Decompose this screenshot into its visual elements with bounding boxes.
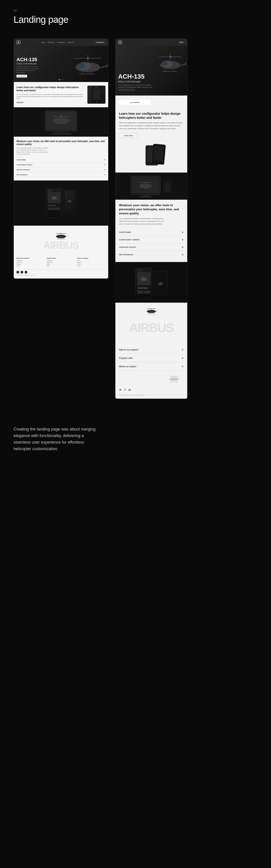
hero-helicopter-image	[65, 48, 108, 80]
footer-item-2-2[interactable]: Configurator	[47, 261, 75, 263]
right-phone-showcase: ACH-135 Customize Settings	[115, 262, 187, 303]
accordion-label-3: About our project	[119, 365, 136, 368]
accordion-label-2: Popular Links	[119, 357, 133, 359]
right-airbus-section: AIRBUS	[115, 303, 187, 343]
footer-item-1-2[interactable]: Learn more	[17, 261, 45, 263]
feature-row-1[interactable]: Small Details +	[17, 157, 106, 162]
nav-cta[interactable]: Contact Us	[95, 41, 106, 43]
learn-more-link[interactable]: Learn more	[17, 101, 85, 103]
right-social-linkedin-icon[interactable]: in	[128, 388, 131, 392]
accordion-plus-2: +	[182, 356, 184, 360]
svg-point-68	[143, 277, 144, 278]
left-airbus-section: AIRBUS	[14, 226, 108, 255]
right-feature-row-3[interactable]: Advanced Avionics +	[119, 244, 184, 251]
left-phone-showcase: ACH-135 Customize Settings	[14, 181, 108, 226]
footer-item-2-4[interactable]: Blog	[47, 265, 75, 267]
dot-1	[59, 79, 60, 80]
right-feature-plus-2: +	[182, 238, 184, 242]
nav-logo: A	[17, 41, 20, 44]
features-body: Our configurator provides a unified plat…	[17, 147, 50, 155]
phone-small	[63, 189, 76, 212]
left-learn-section: Learn how our configurator helps design …	[14, 82, 108, 107]
nav-link-home[interactable]: Home	[41, 41, 46, 43]
nav-link-about[interactable]: About Us	[68, 41, 74, 43]
right-feature-plus-4: +	[182, 253, 184, 256]
accordion-row-2[interactable]: Popular Links +	[119, 354, 184, 362]
right-hero-helicopter	[152, 48, 187, 78]
right-get-started-button[interactable]: Get Started	[119, 100, 151, 105]
feature-name-3: Advanced Avionics	[17, 169, 30, 170]
hero-get-started-button[interactable]: Get Started	[17, 75, 27, 78]
learn-image	[87, 86, 106, 104]
airbus-logo-left: AIRBUS	[17, 240, 106, 250]
footer-copyright-left: © 2024 Airbus ACH135 Configurator	[17, 274, 106, 276]
feature-row-4[interactable]: See all features +	[17, 172, 106, 177]
svg-point-66	[141, 278, 147, 281]
bottom-caption: Creating the landing page was about merg…	[0, 412, 113, 461]
footer-heli-svg	[165, 373, 184, 383]
footer-item-1-3[interactable]: Features	[17, 264, 45, 265]
footer-col-3: About our project Team Mission Partners …	[77, 257, 106, 267]
learn-body: With our configurator, all material choi…	[17, 94, 85, 100]
footer-item-2-3[interactable]: Gallery	[47, 264, 75, 265]
right-learn-heading: Learn how our configurator helps design …	[119, 112, 184, 120]
footer-item-3-3[interactable]: Partners	[77, 264, 106, 265]
svg-point-70	[158, 283, 163, 285]
svg-point-25	[54, 196, 54, 197]
right-learn-svg	[133, 143, 170, 166]
right-hero-content: ACH-135 Airbus Craft Helicopter From sel…	[118, 73, 154, 91]
right-footer-copyright: © 2024 Airbus ACH135 Configurator	[119, 394, 184, 396]
right-feature-row-2[interactable]: Customization Options +	[119, 236, 184, 244]
right-nav: A CMS	[115, 39, 187, 46]
svg-rect-16	[51, 133, 71, 135]
footer-col-2: Popular Links Homepage Configurator Gall…	[47, 257, 75, 267]
nav-links: Home Resource Configurator About Us	[41, 41, 74, 43]
svg-rect-65	[165, 182, 170, 191]
svg-point-80	[170, 377, 179, 381]
svg-point-2	[87, 57, 89, 59]
right-features-body: Our configurator provides a unified plat…	[119, 217, 164, 225]
social-x-icon[interactable]	[17, 271, 19, 274]
social-tiktok-icon[interactable]	[21, 271, 23, 274]
right-airbus-logo: AIRBUS	[119, 316, 184, 339]
footer-item-2-1[interactable]: Homepage	[47, 260, 75, 261]
learn-grid: Learn how our configurator helps design …	[17, 86, 106, 104]
footer-grid: New to our project? Get Started Learn mo…	[17, 257, 106, 267]
right-social-x-icon[interactable]: ✕	[119, 388, 122, 392]
right-feature-row-4[interactable]: See all features +	[119, 251, 184, 258]
feature-row-2[interactable]: Customization Options +	[17, 162, 106, 167]
footer-item-3-4[interactable]: Press	[77, 265, 106, 267]
footer-item-1-1[interactable]: Get Started	[17, 260, 45, 261]
svg-point-32	[61, 233, 61, 234]
right-cta-area: Get Started	[115, 96, 187, 107]
social-linkedin-icon[interactable]	[25, 271, 27, 274]
right-features-list: Small Details + Customization Options + …	[119, 228, 184, 258]
footer-social	[17, 269, 106, 274]
nav-link-resource[interactable]: Resource	[48, 41, 54, 43]
svg-point-45	[162, 61, 168, 66]
right-feature-plus-3: +	[182, 245, 184, 249]
right-learn-more-button[interactable]: Learn more	[119, 133, 138, 138]
feature-row-3[interactable]: Advanced Avionics +	[17, 167, 106, 172]
right-nav-cta[interactable]: CMS	[178, 41, 184, 43]
accordion-row-1[interactable]: New to our project? +	[119, 346, 184, 354]
nav-link-configurator[interactable]: Configurator	[57, 41, 65, 43]
accordion-row-3[interactable]: About our project +	[119, 362, 184, 371]
feature-name-2: Customization Options	[17, 164, 32, 165]
hero-subtitle: Airbus Craft Helicopter	[17, 63, 39, 65]
right-features-section: Whatever your vision, we offer tools to …	[115, 200, 187, 262]
dot-3	[62, 79, 63, 80]
right-feature-row-1[interactable]: Small Details +	[119, 228, 184, 236]
right-learn-section: Learn how our configurator helps design …	[115, 107, 187, 173]
footer-item-1-4[interactable]: Pricing	[17, 265, 45, 267]
page-title: Landing page	[13, 14, 258, 25]
footer-heli-image	[119, 373, 184, 383]
phone-heli-svg	[50, 195, 59, 200]
svg-rect-37	[22, 272, 22, 273]
right-social-tiktok-icon[interactable]: ⊙	[124, 388, 126, 392]
svg-point-57	[139, 184, 152, 189]
footer-col-2-title: Popular Links	[47, 257, 75, 259]
features-heading: Whatever your vision, we offer tools to …	[17, 140, 106, 146]
footer-item-3-1[interactable]: Team	[77, 260, 106, 261]
footer-item-3-2[interactable]: Mission	[77, 261, 106, 263]
